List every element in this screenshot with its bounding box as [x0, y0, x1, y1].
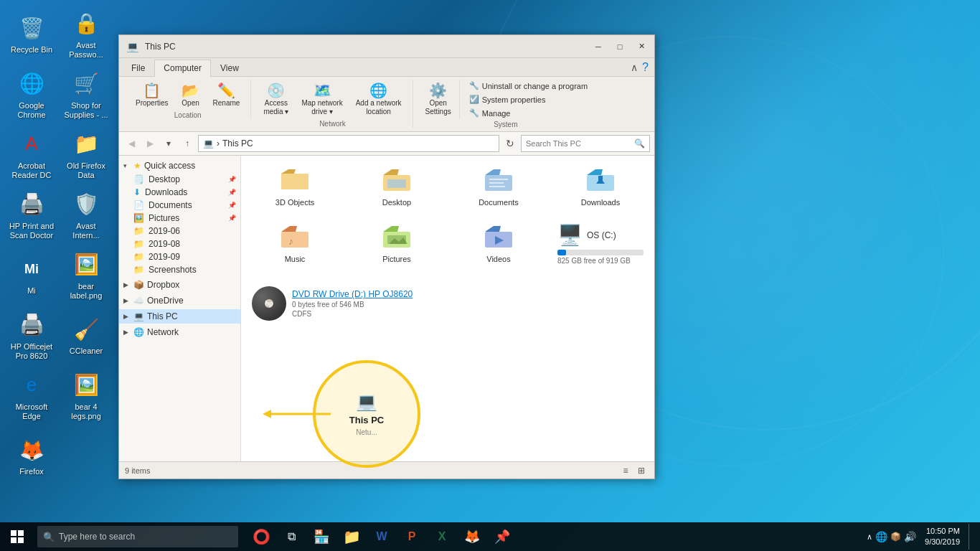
sidebar-network-header[interactable]: ▶ 🌐 Network [119, 325, 240, 339]
systray-network-icon[interactable]: 🌐 [875, 531, 887, 542]
nav-up-button[interactable]: ↑ [179, 136, 195, 151]
desktop-icon-avast-internet[interactable]: 🛡️ Avast Intern... [60, 187, 112, 244]
videos-folder-icon [485, 223, 512, 252]
open-icon: 📂 [182, 82, 199, 99]
desktop-icon-ccleaner[interactable]: 🧹 CCleaner [60, 307, 112, 364]
sidebar-this-pc-header[interactable]: ▶ 💻 This PC [119, 309, 240, 324]
file-item-drive-c[interactable]: 🖥️ OS (C:) 825 GB free of 919 GB [552, 218, 649, 270]
file-item-documents-folder[interactable]: Documents [451, 161, 547, 212]
ribbon-btn-properties[interactable]: 📋 Properties [131, 80, 174, 110]
file-item-pictures-folder[interactable]: Pictures [349, 218, 445, 270]
desktop-icon-recycle-bin[interactable]: 🗑️ Recycle Bin [6, 6, 57, 63]
sidebar-item-desktop[interactable]: 🗒️ Desktop 📌 [119, 173, 240, 186]
taskbar-firefox[interactable]: 🦊 [458, 522, 486, 551]
ribbon-content: 📋 Properties 📂 Open ✏️ Rename Location [119, 77, 654, 131]
taskbar-excel[interactable]: X [428, 522, 456, 551]
file-item-downloads-folder[interactable]: Downloads [552, 161, 649, 212]
sidebar-item-pictures[interactable]: 🖼️ Pictures 📌 [119, 212, 240, 225]
sidebar-quick-access-header[interactable]: ▾ ★ Quick access [119, 159, 240, 173]
ribbon-btn-rename[interactable]: ✏️ Rename [208, 80, 245, 110]
taskbar-sticky[interactable]: 📌 [488, 522, 517, 551]
file-item-desktop-folder[interactable]: Desktop [349, 161, 445, 212]
sidebar-onedrive-header[interactable]: ▶ ☁️ OneDrive [119, 293, 240, 308]
file-item-dvd[interactable]: hp DVD RW Drive (D:) HP OJ8620 0 bytes f… [247, 281, 649, 326]
taskbar-cortana[interactable]: ⭕ [247, 522, 275, 551]
maximize-button[interactable]: □ [610, 39, 630, 55]
taskbar-explorer[interactable]: 📁 [337, 522, 366, 551]
bear4-label: bear 4 legs.png [63, 402, 109, 421]
systray-expand-icon[interactable]: ∧ [867, 532, 872, 542]
sidebar-item-downloads[interactable]: ⬇ Downloads 📌 [119, 186, 240, 199]
file-item-videos-folder[interactable]: Videos [451, 218, 547, 270]
taskbar-task-view[interactable]: ⧉ [277, 522, 306, 551]
desktop-icon-shop[interactable]: 🛒 Shop for Supplies - ... [60, 66, 112, 123]
taskbar-word[interactable]: W [367, 522, 396, 551]
svg-marker-8 [485, 169, 501, 175]
desktop-icon-hp-officejet[interactable]: 🖨️ HP Officejet Pro 8620 [6, 307, 57, 364]
access-media-icon: 💿 [267, 82, 285, 99]
ribbon-menu-manage[interactable]: 🔧 Manage [466, 107, 591, 119]
systray-dropbox-icon[interactable]: 📦 [890, 532, 901, 542]
ribbon-help-icon[interactable]: ? [642, 61, 649, 74]
desktop-icon-hp-print[interactable]: 🖨️ HP Print and Scan Doctor [6, 187, 57, 244]
taskbar-right: ∧ 🌐 📦 🔊 10:50 PM 9/30/2019 [861, 522, 980, 551]
close-button[interactable]: ✕ [631, 39, 651, 55]
taskbar-search-input[interactable] [59, 532, 232, 542]
desktop-icon-bear4[interactable]: 🖼️ bear 4 legs.png [60, 367, 112, 425]
taskbar-show-desktop[interactable] [969, 524, 974, 550]
taskbar-store[interactable]: 🏪 [307, 522, 336, 551]
ribbon-menu-system-props[interactable]: ☑️ System properties [466, 93, 591, 105]
file-item-music-folder[interactable]: ♪ Music [247, 218, 343, 270]
tab-file[interactable]: File [122, 60, 154, 76]
sidebar-item-2019-08[interactable]: 📁 2019-08 [119, 237, 240, 250]
taskbar-clock[interactable]: 10:50 PM 9/30/2019 [919, 526, 966, 548]
taskbar-ppt[interactable]: P [397, 522, 426, 551]
nav-recent-button[interactable]: ▾ [161, 136, 176, 151]
taskbar-search-box[interactable]: 🔍 [37, 526, 238, 547]
desktop-folder-big-icon [383, 166, 410, 195]
desktop-icon-chrome[interactable]: 🌐 Google Chrome [6, 66, 57, 123]
nav-back-button[interactable]: ◀ [123, 136, 139, 151]
minimize-button[interactable]: ─ [588, 39, 608, 55]
start-button[interactable] [0, 522, 34, 551]
file-item-3d-objects[interactable]: 3D Objects [247, 161, 343, 212]
status-view-details-btn[interactable]: ≡ [618, 464, 633, 477]
music-folder-label: Music [285, 255, 306, 264]
highlight-circle: 💻 This PC Netu... [313, 360, 420, 468]
desktop-icon-edge[interactable]: e Microsoft Edge [6, 367, 57, 425]
search-input[interactable] [526, 139, 631, 148]
bear4-icon: 🖼️ [72, 371, 100, 400]
sidebar-dropbox-header[interactable]: ▶ 📦 Dropbox [119, 278, 240, 292]
ribbon-expand-icon[interactable]: ∧ [631, 62, 638, 73]
ribbon-btn-map-drive[interactable]: 🗺️ Map networkdrive ▾ [296, 80, 347, 118]
dropbox-chevron: ▶ [123, 281, 131, 288]
desktop-icon-bear-label[interactable]: 🖼️ bear label.png [60, 247, 112, 304]
tab-view[interactable]: View [211, 60, 248, 76]
desktop-icon-old-firefox[interactable]: 📁 Old Firefox Data [60, 126, 112, 184]
address-path[interactable]: 💻 › This PC [198, 135, 499, 152]
ribbon-btn-add-network[interactable]: 🌐 Add a networklocation [351, 80, 407, 118]
ribbon-btn-open[interactable]: 📂 Open [176, 80, 205, 110]
sidebar-item-documents[interactable]: 📄 Documents 📌 [119, 199, 240, 212]
refresh-button[interactable]: ↻ [502, 136, 518, 151]
sidebar: ▾ ★ Quick access 🗒️ Desktop 📌 ⬇ Download… [119, 156, 241, 461]
desktop-icon-firefox[interactable]: 🦊 Firefox [6, 428, 57, 485]
tab-computer[interactable]: Computer [154, 60, 211, 77]
systray-volume-icon[interactable]: 🔊 [904, 531, 916, 542]
sidebar-item-screenshots[interactable]: 📁 Screenshots [119, 263, 240, 276]
ribbon-btn-open-settings[interactable]: ⚙️ OpenSettings [420, 80, 456, 118]
ribbon-btn-access-media[interactable]: 💿 Accessmedia ▾ [258, 80, 293, 118]
avast-internet-label: Avast Intern... [63, 222, 109, 240]
sidebar-item-2019-06[interactable]: 📁 2019-06 [119, 225, 240, 237]
ribbon-menu-uninstall[interactable]: 🔧 Uninstall or change a program [466, 80, 591, 92]
desktop-icon-acrobat[interactable]: A Acrobat Reader DC [6, 126, 57, 184]
chrome-label: Google Chrome [9, 101, 55, 120]
desktop-icon-avast-pw[interactable]: 🔒 Avast Passwo... [60, 6, 112, 63]
nav-forward-button[interactable]: ▶ [142, 136, 158, 151]
open-label: Open [182, 99, 199, 108]
desktop-icon-mi[interactable]: Mi Mi [6, 247, 57, 304]
status-view-icons-btn[interactable]: ⊞ [634, 464, 649, 477]
acrobat-icon: A [17, 130, 46, 159]
address-path-separator: › [217, 138, 220, 149]
sidebar-item-2019-09[interactable]: 📁 2019-09 [119, 250, 240, 263]
